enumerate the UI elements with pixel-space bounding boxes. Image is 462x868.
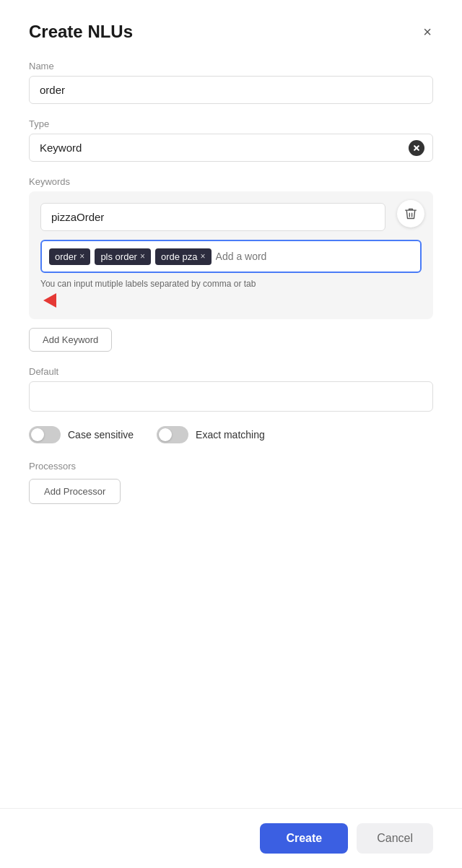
exact-matching-toggle[interactable] [157, 426, 188, 443]
type-input[interactable] [29, 134, 433, 162]
keyword-name-input[interactable] [40, 203, 385, 231]
exact-matching-group: Exact matching [157, 426, 265, 443]
cancel-button[interactable]: Cancel [357, 823, 433, 854]
close-button[interactable]: × [416, 20, 439, 43]
tag-order: order × [49, 248, 90, 265]
type-input-wrapper [29, 134, 433, 162]
tag-order-label: order [55, 251, 77, 262]
tag-pls-order-label: pls order [100, 251, 137, 262]
type-clear-button[interactable] [409, 140, 424, 156]
tags-input-wrapper[interactable]: order × pls order × orde pza × [40, 240, 422, 273]
case-sensitive-group: Case sensitive [29, 426, 134, 443]
keywords-section: Keywords order × pls order × [29, 176, 433, 352]
trash-icon [404, 207, 417, 220]
hint-text: You can input mutiple labels separated b… [40, 279, 422, 289]
dialog-footer: Create Cancel [0, 808, 462, 868]
tag-order-remove[interactable]: × [79, 252, 84, 261]
red-arrow-icon [43, 293, 56, 308]
create-button[interactable]: Create [260, 823, 348, 854]
dialog-body: Name Type Keywords [0, 55, 462, 808]
tag-input[interactable] [216, 251, 413, 262]
keywords-container: order × pls order × orde pza × You can i… [29, 191, 433, 319]
default-field-group: Default [29, 366, 433, 412]
toggles-row: Case sensitive Exact matching [29, 426, 433, 443]
processors-section: Processors Add Processor [29, 461, 433, 504]
processors-label: Processors [29, 461, 433, 472]
keywords-label: Keywords [29, 176, 433, 187]
case-sensitive-toggle[interactable] [29, 426, 61, 443]
create-nlus-dialog: Create NLUs × Name Type Keywords [0, 0, 462, 868]
add-processor-button[interactable]: Add Processor [29, 479, 121, 504]
tag-orde-pza: orde pza × [155, 248, 212, 265]
tag-orde-pza-label: orde pza [161, 251, 198, 262]
add-keyword-button[interactable]: Add Keyword [29, 328, 112, 352]
default-input[interactable] [29, 381, 433, 412]
arrow-indicator [40, 293, 422, 308]
delete-keyword-group-button[interactable] [397, 200, 424, 227]
type-field-group: Type [29, 118, 433, 162]
exact-matching-label: Exact matching [196, 429, 265, 440]
name-field-group: Name [29, 61, 433, 104]
dialog-header: Create NLUs × [0, 0, 462, 55]
dialog-title: Create NLUs [29, 22, 133, 42]
case-sensitive-label: Case sensitive [68, 429, 134, 440]
tag-orde-pza-remove[interactable]: × [201, 252, 206, 261]
name-label: Name [29, 61, 433, 71]
tag-pls-order-remove[interactable]: × [140, 252, 145, 261]
default-label: Default [29, 366, 433, 377]
type-label: Type [29, 118, 433, 129]
name-input[interactable] [29, 76, 433, 104]
tag-pls-order: pls order × [95, 248, 151, 265]
